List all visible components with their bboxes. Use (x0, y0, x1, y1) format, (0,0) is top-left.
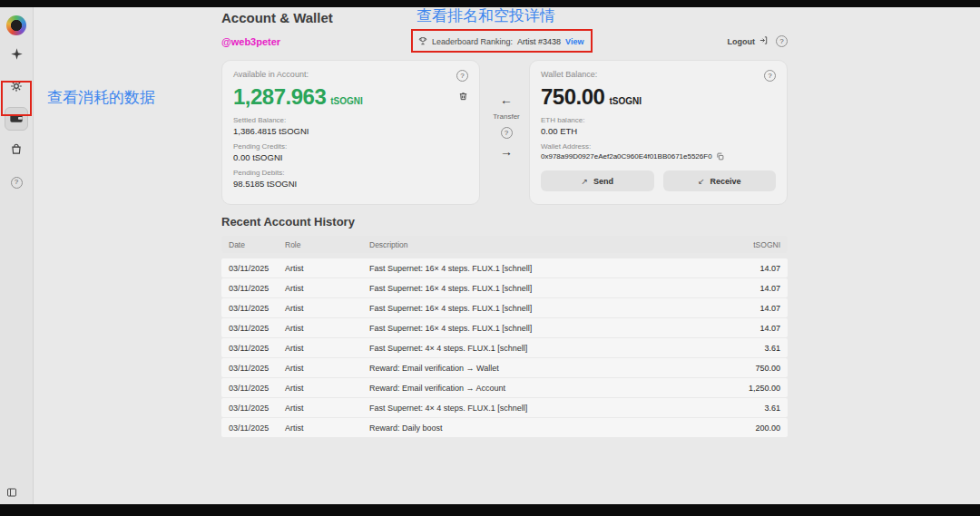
row-date: 03/11/2025 (229, 264, 285, 273)
username: @web3peter (221, 36, 280, 47)
row-role: Artist (285, 284, 369, 293)
table-row: 03/11/2025 Artist Reward: Email verifica… (221, 358, 788, 377)
help-icon[interactable]: ? (776, 35, 788, 47)
column-header-date: Date (229, 240, 285, 249)
logout-button[interactable]: Logout (728, 35, 769, 47)
transfer-label: Transfer (493, 112, 520, 121)
transfer-right-arrow[interactable]: → (500, 145, 513, 158)
transfer-left-arrow[interactable]: ← (500, 93, 513, 106)
sidebar-item-settings[interactable] (5, 75, 28, 99)
row-role: Artist (285, 344, 369, 353)
row-role: Artist (285, 384, 369, 393)
column-header-amount: tSOGNI (708, 240, 780, 249)
send-button-label: Send (593, 177, 613, 186)
help-icon[interactable]: ? (501, 127, 513, 139)
table-row: 03/11/2025 Artist Reward: Email verifica… (221, 378, 788, 397)
logout-icon (759, 35, 769, 47)
send-arrow-icon: ↗ (581, 177, 588, 186)
row-role: Artist (285, 404, 369, 413)
annotation-leaderboard-note: 查看排名和空投详情 (416, 5, 555, 26)
help-icon[interactable]: ? (456, 70, 468, 82)
sidebar: ? (0, 7, 34, 504)
row-date: 03/11/2025 (229, 304, 285, 313)
pending-credits: Pending Credits: 0.00 tSOGNI (233, 142, 468, 162)
header-actions: Logout ? (728, 35, 789, 47)
settled-balance-label: Settled Balance: (233, 116, 468, 124)
row-description: Fast Supernet: 16× 4 steps. FLUX.1 [schn… (369, 324, 708, 333)
settled-balance-value: 1,386.4815 tSOGNI (233, 126, 468, 136)
logout-label: Logout (728, 37, 756, 46)
send-button[interactable]: ↗ Send (541, 170, 654, 191)
wallet-balance: 750.00 (541, 84, 604, 110)
row-amount: 1,250.00 (708, 384, 780, 393)
row-amount: 14.07 (708, 284, 780, 293)
table-row: 03/11/2025 Artist Fast Supernet: 4× 4 st… (221, 398, 788, 417)
page-title: Account & Wallet (221, 10, 333, 25)
pending-debits: Pending Debits: 98.5185 tSOGNI (233, 169, 468, 189)
pending-credits-label: Pending Credits: (233, 142, 468, 151)
row-description: Fast Supernet: 4× 4 steps. FLUX.1 [schne… (369, 404, 708, 413)
history-header-row: Date Role Description tSOGNI (221, 236, 788, 253)
account-card-label: Available in Account: (233, 70, 309, 79)
wallet-card: Wallet Balance: ? 750.00 tSOGNI ETH bala… (529, 60, 788, 205)
trophy-icon (418, 36, 427, 47)
sidebar-item-create[interactable] (5, 44, 28, 67)
app-logo[interactable] (6, 15, 26, 35)
sidebar-item-help[interactable]: ? (5, 170, 28, 194)
account-card: Available in Account: ? 1,287.963 tSOGNI… (221, 60, 480, 205)
eth-balance: ETH balance: 0.00 ETH (541, 116, 776, 136)
row-date: 03/11/2025 (229, 424, 285, 433)
wallet-address: Wallet Address: 0x978a99D0927eAef2a0C960… (541, 142, 776, 161)
sidebar-item-wallet[interactable] (5, 107, 28, 131)
row-date: 03/11/2025 (229, 404, 285, 413)
column-header-role: Role (285, 240, 369, 249)
row-role: Artist (285, 424, 369, 433)
leaderboard-view-link[interactable]: View (565, 37, 583, 46)
copy-icon[interactable] (716, 152, 724, 161)
row-date: 03/11/2025 (229, 364, 285, 373)
row-description: Fast Supernet: 4× 4 steps. FLUX.1 [schne… (369, 344, 708, 353)
eth-balance-label: ETH balance: (541, 116, 776, 124)
row-description: Reward: Email verification → Wallet (369, 364, 708, 373)
column-header-description: Description (369, 240, 708, 249)
wallet-balance-token: tSOGNI (609, 96, 642, 106)
gear-icon (10, 80, 23, 95)
sidebar-item-shop[interactable] (5, 139, 28, 162)
table-row: 03/11/2025 Artist Fast Supernet: 16× 4 s… (221, 258, 788, 277)
receive-arrow-icon: ↙ (698, 177, 705, 186)
history-rows: 03/11/2025 Artist Fast Supernet: 16× 4 s… (221, 258, 788, 437)
row-amount: 3.61 (708, 404, 780, 413)
receive-button[interactable]: ↙ Receive (663, 170, 777, 191)
wallet-address-value: 0x978a99D0927eAef2a0C960E4f01BB0671e5526… (541, 152, 712, 161)
settled-balance: Settled Balance: 1,386.4815 tSOGNI (233, 116, 468, 136)
row-description: Fast Supernet: 16× 4 steps. FLUX.1 [schn… (369, 264, 708, 273)
leaderboard-ranking: Leaderboard Ranking: Artist #3438 View (418, 34, 583, 48)
table-row: 03/11/2025 Artist Fast Supernet: 16× 4 s… (221, 298, 788, 317)
help-icon: ? (11, 177, 23, 189)
row-amount: 750.00 (708, 364, 780, 373)
trash-icon[interactable] (458, 91, 468, 104)
row-amount: 200.00 (708, 424, 780, 433)
wallet-address-label: Wallet Address: (541, 142, 776, 151)
row-description: Fast Supernet: 16× 4 steps. FLUX.1 [schn… (369, 284, 708, 293)
row-role: Artist (285, 264, 369, 273)
row-role: Artist (285, 364, 369, 373)
table-row: 03/11/2025 Artist Reward: Daily boost 20… (221, 418, 788, 437)
help-icon[interactable]: ? (764, 70, 776, 82)
pending-debits-value: 98.5185 tSOGNI (233, 179, 468, 189)
row-role: Artist (285, 324, 369, 333)
receive-button-label: Receive (710, 177, 741, 186)
row-role: Artist (285, 304, 369, 313)
shopping-bag-icon (10, 142, 23, 159)
row-date: 03/11/2025 (229, 384, 285, 393)
table-row: 03/11/2025 Artist Fast Supernet: 4× 4 st… (221, 338, 788, 357)
account-balance-token: tSOGNI (330, 96, 363, 106)
annotation-sidebar-note: 查看消耗的数据 (47, 87, 155, 108)
window-bottom-bar (0, 504, 980, 516)
account-balance: 1,287.963 (233, 84, 326, 110)
row-amount: 14.07 (708, 264, 780, 273)
pending-debits-label: Pending Debits: (233, 169, 468, 177)
panel-toggle-icon[interactable] (6, 485, 17, 501)
leaderboard-value: Artist #3438 (517, 37, 561, 46)
row-date: 03/11/2025 (229, 344, 285, 353)
